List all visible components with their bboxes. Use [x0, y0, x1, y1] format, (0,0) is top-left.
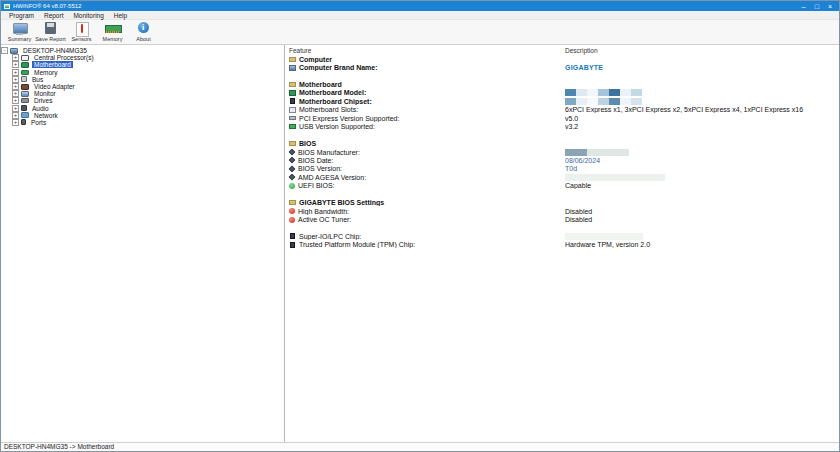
- censor-square: [565, 89, 576, 96]
- description-value: 6xPCI Express x1, 3xPCI Express x2, 5xPC…: [565, 106, 803, 113]
- computer-root-icon: [10, 48, 18, 54]
- feature-row-bios-date[interactable]: BIOS Date:08/06/2024: [285, 156, 839, 164]
- description-cell: [565, 233, 839, 240]
- feature-row-motherboard-slots[interactable]: Motherboard Slots:6xPCI Express x1, 3xPC…: [285, 106, 839, 114]
- section-row-computer[interactable]: Computer: [285, 55, 839, 63]
- tree-item-network[interactable]: +Network: [1, 112, 284, 119]
- menu-program[interactable]: Program: [4, 11, 39, 20]
- description-value: Capable: [565, 182, 591, 189]
- feature-row-bios-manufacturer[interactable]: BIOS Manufacturer:: [285, 148, 839, 156]
- tree-item-memory[interactable]: +Memory: [1, 69, 284, 76]
- description-cell: Capable: [565, 182, 839, 189]
- censored-value: [565, 89, 642, 96]
- memory-button[interactable]: Memory: [97, 21, 128, 42]
- drive-icon: [21, 98, 29, 103]
- feature-label: Motherboard Model:: [299, 89, 366, 96]
- censored-value: [565, 174, 665, 181]
- feature-label: USB Version Supported:: [299, 123, 375, 130]
- expand-icon[interactable]: +: [12, 90, 19, 97]
- description-value: 08/06/2024: [565, 157, 600, 164]
- tree-item-label: Network: [32, 112, 60, 119]
- menu-report[interactable]: Report: [39, 11, 69, 20]
- expand-icon[interactable]: +: [12, 112, 19, 119]
- description-cell: v3.2: [565, 123, 839, 130]
- feature-row-computer-brand-name[interactable]: Computer Brand Name:GIGABYTE: [285, 63, 839, 71]
- section-row-motherboard[interactable]: Motherboard: [285, 80, 839, 88]
- spacer-row: [285, 72, 839, 80]
- description-cell: [565, 174, 839, 181]
- feature-cell: AMD AGESA Version:: [285, 174, 565, 181]
- feature-cell: Active OC Tuner:: [285, 216, 565, 223]
- feature-label: Trusted Platform Module (TPM) Chip:: [299, 241, 415, 248]
- detail-rows: ComputerComputer Brand Name:GIGABYTEMoth…: [285, 55, 839, 249]
- censor-square: [598, 98, 609, 105]
- tree-item-label: DESKTOP-HN4MG35: [21, 47, 89, 54]
- censored-value: [565, 149, 629, 156]
- chip-icon: [290, 242, 295, 248]
- section-row-bios[interactable]: BIOS: [285, 139, 839, 147]
- feature-cell: BIOS Version:: [285, 165, 565, 172]
- content-area: -DESKTOP-HN4MG35+Central Processor(s)+Mo…: [1, 45, 839, 442]
- description-cell: Hardware TPM, version 2.0: [565, 241, 839, 248]
- feature-label: Motherboard Chipset:: [299, 98, 372, 105]
- tree-item-bus[interactable]: +Bus: [1, 76, 284, 83]
- feature-row-bios-version[interactable]: BIOS Version:T0d: [285, 165, 839, 173]
- expand-icon[interactable]: +: [12, 119, 19, 126]
- collapse-icon[interactable]: -: [1, 47, 8, 54]
- feature-label: BIOS: [299, 140, 316, 147]
- device-tree: -DESKTOP-HN4MG35+Central Processor(s)+Mo…: [1, 45, 285, 442]
- save-report-floppy-icon: [43, 22, 58, 35]
- expand-icon[interactable]: +: [12, 105, 19, 112]
- feature-row-super-io-lpc-chip[interactable]: Super-IO/LPC Chip:: [285, 232, 839, 240]
- feature-cell: Trusted Platform Module (TPM) Chip:: [285, 241, 565, 248]
- censor-square: [565, 98, 576, 105]
- feature-label: BIOS Version:: [298, 165, 342, 172]
- chip-icon: [290, 233, 295, 239]
- save-report-button[interactable]: Save Report: [35, 21, 66, 42]
- toolbar-button-label: About: [136, 36, 150, 42]
- feature-row-usb-version-supported[interactable]: USB Version Supported:v3.2: [285, 123, 839, 131]
- tree-item-audio[interactable]: +Audio: [1, 105, 284, 112]
- feature-cell: USB Version Supported:: [285, 123, 565, 130]
- description-cell: [565, 98, 839, 105]
- app-icon: [4, 4, 10, 9]
- expand-icon[interactable]: +: [12, 97, 19, 104]
- feature-label: GIGABYTE BIOS Settings: [299, 199, 384, 206]
- tree-item-drives[interactable]: +Drives: [1, 97, 284, 104]
- feature-row-motherboard-chipset[interactable]: Motherboard Chipset:: [285, 97, 839, 105]
- tree-item-central-processor-s[interactable]: +Central Processor(s): [1, 54, 284, 61]
- maximize-button[interactable]: □: [815, 2, 819, 11]
- expand-icon[interactable]: +: [12, 83, 19, 90]
- toolbar-button-label: Save Report: [35, 36, 66, 42]
- censor-square: [598, 89, 609, 96]
- feature-row-pci-express-version-supported[interactable]: PCI Express Version Supported:v5.0: [285, 114, 839, 122]
- feature-row-motherboard-model[interactable]: Motherboard Model:: [285, 89, 839, 97]
- summary-button[interactable]: Summary: [4, 21, 35, 42]
- feature-row-uefi-bios[interactable]: UEFI BIOS:Capable: [285, 182, 839, 190]
- feature-row-amd-agesa-version[interactable]: AMD AGESA Version:: [285, 173, 839, 181]
- diamond-icon: [289, 149, 296, 156]
- about-button[interactable]: About: [128, 21, 159, 42]
- tree-item-ports[interactable]: +Ports: [1, 119, 284, 126]
- menu-monitoring[interactable]: Monitoring: [68, 11, 108, 20]
- close-button[interactable]: ×: [828, 2, 832, 11]
- tree-item-label: Ports: [29, 119, 48, 126]
- tree-item-label: Drives: [32, 97, 54, 104]
- menu-help[interactable]: Help: [109, 11, 132, 20]
- expand-icon[interactable]: +: [12, 61, 19, 68]
- minimize-button[interactable]: –: [802, 2, 806, 11]
- feature-row-high-bandwidth[interactable]: High Bandwidth:Disabled: [285, 207, 839, 215]
- tree-item-desktop-hn4mg35[interactable]: -DESKTOP-HN4MG35: [1, 47, 284, 54]
- expand-icon[interactable]: +: [12, 54, 19, 61]
- sensors-button[interactable]: Sensors: [66, 21, 97, 42]
- expand-icon[interactable]: +: [12, 76, 19, 83]
- toolbar-button-label: Memory: [103, 36, 123, 42]
- expand-icon[interactable]: +: [12, 69, 19, 76]
- tree-item-motherboard[interactable]: +Motherboard: [1, 61, 284, 68]
- tree-item-video-adapter[interactable]: +Video Adapter: [1, 83, 284, 90]
- feature-row-trusted-platform-module-tpm-chip[interactable]: Trusted Platform Module (TPM) Chip:Hardw…: [285, 241, 839, 249]
- tree-item-monitor[interactable]: +Monitor: [1, 90, 284, 97]
- section-row-gigabyte-bios-settings[interactable]: GIGABYTE BIOS Settings: [285, 198, 839, 206]
- feature-row-active-oc-tuner[interactable]: Active OC Tuner:Disabled: [285, 215, 839, 223]
- description-cell: Disabled: [565, 216, 839, 223]
